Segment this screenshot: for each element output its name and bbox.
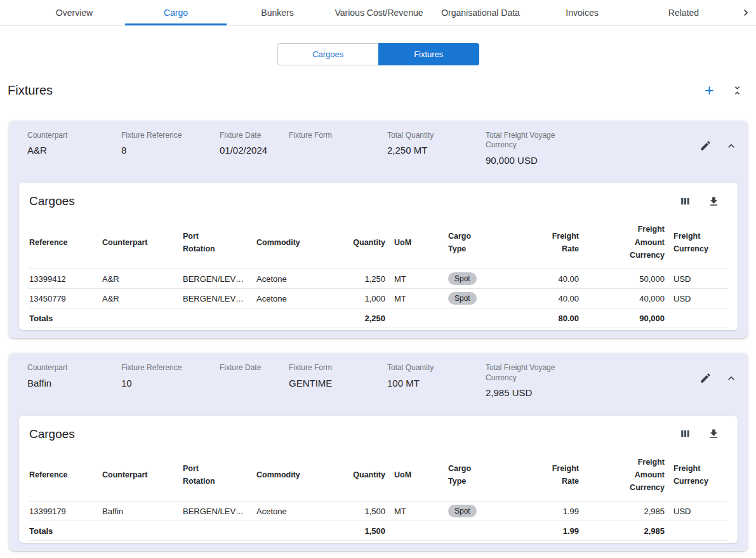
col-quantity: Quantity — [336, 449, 394, 502]
fixture-summary: Counterpart A&R Fixture Reference 8 Fixt… — [19, 131, 738, 183]
field-label-fixture-date: Fixture Date — [220, 363, 289, 373]
cell-freight-currency: USD — [673, 502, 727, 521]
col-commodity: Commodity — [256, 216, 336, 269]
cell-cargo-type: Spot — [448, 289, 515, 309]
col-cargo-type: Cargo Type — [448, 216, 515, 269]
totals-row: Totals 1,500 1.99 2,985 — [29, 521, 727, 541]
cell-freight-rate: 40.00 — [515, 269, 588, 289]
top-nav: Overview Cargo Bunkers Various Cost/Reve… — [0, 0, 756, 26]
chevron-right-icon[interactable] — [736, 0, 756, 25]
cell-freight-rate: 1.99 — [515, 502, 588, 521]
col-commodity: Commodity — [256, 449, 336, 502]
view-column-icon — [679, 428, 691, 440]
cargoes-title: Cargoes — [29, 194, 75, 208]
collapse-fixture-button[interactable] — [725, 372, 738, 385]
add-fixture-button[interactable] — [703, 84, 716, 97]
col-cargo-type: Cargo Type — [448, 449, 515, 502]
field-label-fixture-form: Fixture Form — [289, 131, 387, 140]
columns-button[interactable] — [679, 428, 691, 440]
cell-quantity: 1,250 — [336, 269, 394, 289]
cell-reference: 13399412 — [29, 269, 102, 289]
field-label-counterpart: Counterpart — [27, 131, 121, 140]
cell-counterpart: A&R — [102, 269, 183, 289]
toggle-cargoes-button[interactable]: Cargoes — [277, 43, 379, 65]
col-uom: UoM — [394, 216, 448, 269]
field-value-total-quantity: 100 MT — [387, 378, 486, 390]
field-value-fixture-form: GENTIME — [289, 378, 387, 390]
table-row: 13399412 A&R BERGEN/LEV… Acetone 1,250 M… — [29, 269, 727, 289]
col-freight-amount-currency: Freight Amount Currency — [588, 216, 673, 269]
col-port-rotation: Port Rotation — [183, 216, 256, 269]
col-port-rotation: Port Rotation — [183, 449, 256, 502]
download-icon — [708, 196, 720, 208]
chevron-up-icon — [725, 372, 738, 385]
fixture-card: Counterpart A&R Fixture Reference 8 Fixt… — [9, 121, 748, 338]
edit-fixture-button[interactable] — [700, 372, 712, 384]
col-quantity: Quantity — [336, 216, 394, 269]
tab-related[interactable]: Related — [633, 0, 734, 25]
cell-port-rotation: BERGEN/LEV… — [183, 502, 256, 521]
columns-button[interactable] — [679, 196, 691, 208]
cell-freight-amount: 40,000 — [588, 289, 673, 309]
cargoes-panel: Cargoes — [19, 183, 738, 330]
field-value-counterpart: A&R — [27, 145, 121, 157]
totals-quantity: 2,250 — [336, 309, 394, 328]
cell-counterpart: A&R — [102, 289, 183, 309]
col-counterpart: Counterpart — [102, 216, 183, 269]
cargoes-panel: Cargoes — [19, 416, 738, 543]
field-label-fixture-reference: Fixture Reference — [121, 363, 220, 373]
cargoes-table: Reference Counterpart Port Rotation Comm… — [29, 216, 727, 328]
tab-invoices[interactable]: Invoices — [531, 0, 633, 25]
tab-organisational-data[interactable]: Organisational Data — [430, 0, 531, 25]
download-icon — [708, 428, 720, 440]
cell-commodity: Acetone — [256, 502, 336, 521]
col-reference: Reference — [29, 216, 102, 269]
cargoes-title: Cargoes — [29, 427, 75, 441]
col-freight-currency: Freight Currency — [673, 449, 727, 502]
toggle-fixtures-button[interactable]: Fixtures — [378, 43, 479, 65]
view-toggle: Cargoes Fixtures — [277, 43, 479, 65]
collapse-fixture-button[interactable] — [725, 140, 738, 152]
totals-row: Totals 2,250 80.00 90,000 — [29, 309, 727, 328]
col-freight-rate: Freight Rate — [515, 216, 588, 269]
page-title: Fixtures — [8, 83, 53, 98]
download-button[interactable] — [708, 428, 720, 440]
field-value-total-freight: 2,985 USD — [486, 387, 587, 399]
field-value-total-quantity: 2,250 MT — [387, 145, 486, 157]
fixture-card: Counterpart Baffin Fixture Reference 10 … — [9, 353, 748, 551]
col-freight-rate: Freight Rate — [515, 449, 588, 502]
tab-overview[interactable]: Overview — [23, 0, 125, 25]
cell-counterpart: Baffin — [102, 502, 183, 521]
collapse-all-button[interactable] — [731, 84, 743, 96]
cargoes-table: Reference Counterpart Port Rotation Comm… — [29, 449, 727, 541]
cell-freight-rate: 40.00 — [515, 289, 588, 309]
field-label-total-quantity: Total Quantity — [387, 131, 486, 140]
cell-port-rotation: BERGEN/LEV… — [183, 289, 256, 309]
col-freight-currency: Freight Currency — [673, 216, 727, 269]
cell-uom: MT — [394, 289, 448, 309]
cell-uom: MT — [394, 502, 448, 521]
cell-freight-currency: USD — [673, 269, 727, 289]
tab-cargo[interactable]: Cargo — [125, 0, 227, 25]
col-uom: UoM — [394, 449, 448, 502]
table-row: 13399179 Baffin BERGEN/LEV… Acetone 1,50… — [29, 502, 727, 521]
cell-freight-amount: 50,000 — [588, 269, 673, 289]
cell-port-rotation: BERGEN/LEV… — [183, 269, 256, 289]
field-value-counterpart: Baffin — [27, 378, 121, 390]
tab-bunkers[interactable]: Bunkers — [227, 0, 328, 25]
cell-freight-amount: 2,985 — [588, 502, 673, 521]
view-column-icon — [679, 196, 691, 208]
download-button[interactable] — [708, 196, 720, 208]
cell-reference: 13450779 — [29, 289, 102, 309]
totals-freight-rate: 1.99 — [515, 521, 588, 541]
chevron-up-icon — [725, 140, 738, 152]
field-label-total-quantity: Total Quantity — [387, 363, 486, 373]
pencil-icon — [700, 140, 712, 152]
cell-freight-currency: USD — [673, 289, 727, 309]
tab-various-cost-revenue[interactable]: Various Cost/Revenue — [328, 0, 430, 25]
pencil-icon — [700, 372, 712, 384]
edit-fixture-button[interactable] — [700, 140, 712, 152]
field-label-total-freight: Total Freight Voyage Currency — [486, 131, 563, 150]
totals-label: Totals — [29, 309, 102, 328]
field-label-fixture-date: Fixture Date — [220, 131, 289, 140]
